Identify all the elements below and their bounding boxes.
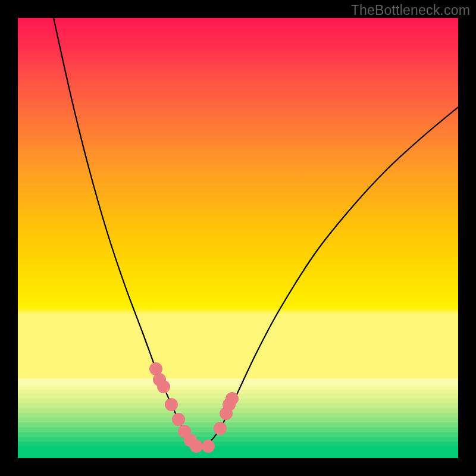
marker-dot	[190, 440, 203, 453]
curve-left	[54, 18, 196, 446]
marker-dot	[172, 413, 185, 426]
plot-area	[18, 18, 458, 458]
marker-dot	[165, 398, 178, 411]
marker-dot	[214, 422, 227, 435]
watermark-text: TheBottleneck.com	[351, 2, 470, 18]
marker-dot	[202, 440, 215, 453]
marker-dots	[149, 362, 239, 453]
chart-curves	[18, 18, 458, 458]
marker-dot	[157, 380, 170, 393]
chart-frame: TheBottleneck.com	[0, 0, 476, 476]
marker-dot	[226, 392, 239, 405]
